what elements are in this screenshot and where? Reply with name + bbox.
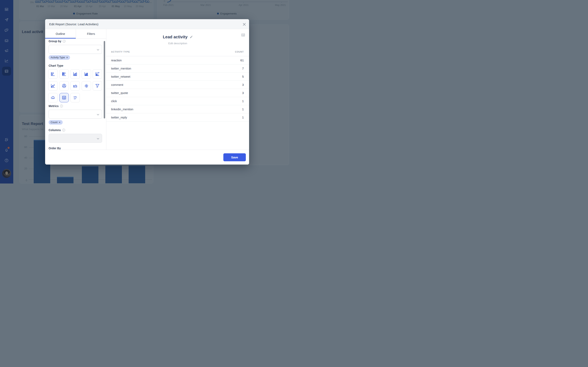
sidebar-item-conversations-icon[interactable]	[2, 26, 11, 35]
edit-pencil-icon[interactable]	[190, 35, 193, 39]
chart-type-column-line[interactable]	[93, 69, 102, 79]
table-row[interactable]: twitter_retweet5	[106, 73, 249, 81]
x-tick: 01 May	[112, 5, 120, 8]
report-preview-panel: Lead activity Edit description ACTIVITY …	[106, 29, 249, 150]
count-chip[interactable]: Count✕	[49, 120, 63, 125]
y-tick: 40	[21, 156, 27, 159]
cell-activity-type: comment	[111, 83, 123, 86]
chart-type-scatter[interactable]	[82, 81, 91, 91]
chart-type-bar-horizontal-stacked[interactable]	[60, 69, 69, 79]
sidebar-item-reports-icon[interactable]	[2, 67, 11, 76]
table-row[interactable]: twitter_quote3	[106, 89, 249, 97]
cell-activity-type: click	[111, 100, 117, 103]
chart-type-number[interactable]: 123.	[70, 93, 80, 102]
table-row[interactable]: linkedin_mention1	[106, 105, 249, 113]
modal-header: Edit Report (Source: Lead Activities)	[45, 19, 249, 29]
sidebar	[0, 0, 13, 184]
report-title: Lead activity	[106, 35, 249, 40]
x-tick: May 2021	[275, 4, 286, 7]
x-tick: 20 Mar	[60, 5, 68, 8]
columns-dropdown[interactable]	[49, 134, 102, 143]
chart-type-bar-horizontal[interactable]	[48, 69, 58, 79]
chart-type-area[interactable]	[70, 81, 80, 91]
engagements-card: 0 Feb 2021Mar 2021Apr 2021May 2021 Engag…	[157, 0, 289, 20]
table-row[interactable]: click1	[106, 97, 249, 105]
col-activity-type: ACTIVITY TYPE	[111, 50, 130, 53]
outline-panel: Outline Filters Group byi Activity Type✕…	[45, 29, 106, 150]
chart-type-word-cloud[interactable]	[48, 93, 58, 102]
y-tick: 0	[21, 179, 27, 182]
activity-type-chip[interactable]: Activity Type✕	[49, 55, 70, 60]
engagements-chart	[157, 0, 289, 20]
cell-count: 1	[242, 99, 244, 103]
x-tick: 10 Apr	[86, 5, 93, 8]
report-description[interactable]: Edit description	[106, 42, 249, 45]
sidebar-item-dashboard-icon[interactable]	[2, 5, 11, 14]
table-row[interactable]: reaction61	[106, 56, 249, 64]
tab-filters[interactable]: Filters	[76, 29, 106, 39]
cell-activity-type: linkedin_mention	[111, 108, 133, 111]
engagement-rate-chart	[20, 0, 153, 20]
cell-count: 5	[242, 75, 244, 78]
chart-type-table[interactable]	[60, 93, 69, 102]
sidebar-item-notifications-icon[interactable]	[2, 146, 11, 155]
chart-type-label: Chart Type	[49, 64, 63, 67]
x-tick: 20 Apr	[99, 5, 106, 8]
svg-text:123.: 123.	[73, 96, 77, 98]
x-tick: 20 May	[136, 5, 144, 8]
cell-activity-type: twitter_retweet	[111, 75, 130, 78]
table-row[interactable]: comment3	[106, 81, 249, 89]
x-tick: 01 Apr	[74, 5, 82, 8]
x-tick: 01 Mar	[36, 5, 44, 8]
engagement-y-tick: 0%	[28, 1, 34, 4]
tab-outline[interactable]: Outline	[45, 29, 76, 39]
info-icon[interactable]: i	[62, 129, 65, 132]
info-icon[interactable]: i	[60, 105, 63, 108]
chart-type-donut[interactable]	[60, 81, 69, 91]
sidebar-item-help-icon[interactable]	[2, 156, 11, 165]
sidebar-item-inbox-icon[interactable]	[2, 36, 11, 45]
chart-type-column[interactable]	[70, 69, 80, 79]
modal-title: Edit Report (Source: Lead Activities)	[49, 22, 98, 26]
info-icon[interactable]: i	[63, 40, 66, 43]
close-icon[interactable]	[242, 22, 246, 26]
avatar[interactable]	[2, 169, 11, 178]
panel-scrollbar[interactable]	[104, 41, 105, 118]
table-row[interactable]: twitter_mention7	[106, 64, 249, 73]
engagements-y-tick: 0	[161, 0, 165, 3]
report-title-text[interactable]: Lead activity	[163, 35, 187, 39]
x-tick: 10 Mar	[47, 5, 55, 8]
legend-label: Engagement Rate	[76, 12, 98, 15]
sidebar-item-contacts-icon[interactable]	[2, 135, 11, 144]
cell-count: 3	[242, 83, 244, 86]
sidebar-item-send-icon[interactable]	[2, 15, 11, 24]
chart-type-column-stacked[interactable]	[82, 69, 91, 79]
cell-count: 7	[242, 67, 244, 70]
sidebar-item-announcements-icon[interactable]	[2, 46, 11, 55]
chart-type-line[interactable]	[48, 81, 58, 91]
cell-count: 61	[240, 58, 244, 62]
outline-scroll-area: Group byi Activity Type✕ Chart Type 123.…	[45, 39, 106, 150]
group-by-dropdown[interactable]	[49, 45, 102, 54]
x-tick: Mar 2021	[200, 4, 211, 7]
legend-dot-icon	[73, 13, 75, 15]
legend-dot-icon	[217, 13, 219, 15]
x-tick: 10 May	[124, 5, 132, 8]
sidebar-item-analytics-icon[interactable]	[2, 56, 11, 65]
engagement-legend: Engagement Rate	[73, 12, 98, 15]
report-table: ACTIVITY TYPE COUNT reaction61twitter_me…	[106, 47, 249, 122]
engagement-rate-card: 0% 01 Mar10 Mar20 Mar01 Apr10 Apr20 Apr0…	[19, 0, 153, 20]
cell-activity-type: twitter_quote	[111, 91, 128, 95]
chart-type-funnel[interactable]	[93, 81, 102, 91]
x-tick: Apr 2021	[239, 4, 249, 7]
remove-chip-icon[interactable]: ✕	[59, 121, 61, 124]
remove-chip-icon[interactable]: ✕	[66, 56, 68, 59]
notification-dot	[8, 147, 9, 149]
y-tick: 60	[21, 146, 27, 149]
metrics-dropdown[interactable]	[49, 110, 102, 119]
x-tick: Feb 2021	[163, 4, 174, 7]
save-button[interactable]: Save	[223, 153, 246, 161]
table-row[interactable]: twitter_reply1	[106, 113, 249, 122]
order-by-label: Order By	[49, 147, 61, 150]
legend-label: Engagements	[220, 12, 237, 15]
